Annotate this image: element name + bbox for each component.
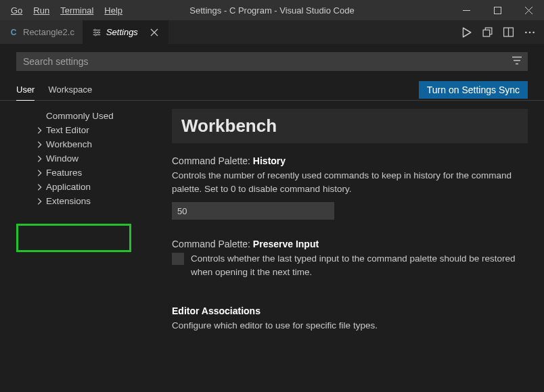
setting-description: Controls whether the last typed input to… bbox=[191, 252, 528, 278]
chevron-right-icon bbox=[34, 197, 45, 206]
setting-command-palette-history: Command Palette: History Controls the nu… bbox=[172, 155, 528, 220]
close-icon[interactable] bbox=[513, 0, 544, 20]
maximize-icon[interactable] bbox=[482, 0, 513, 20]
setting-title: Command Palette: History bbox=[172, 155, 528, 166]
toc-commonly-used[interactable]: Commonly Used bbox=[0, 109, 156, 123]
chevron-right-icon bbox=[34, 140, 45, 149]
tab-actions bbox=[452, 20, 544, 44]
scope-workspace[interactable]: Workspace bbox=[48, 79, 92, 100]
svg-rect-4 bbox=[483, 30, 490, 36]
more-icon[interactable] bbox=[524, 26, 536, 39]
c-file-icon: C bbox=[8, 28, 19, 37]
chevron-right-icon bbox=[34, 168, 45, 178]
setting-command-palette-preserve-input: Command Palette: Preserve Input Controls… bbox=[172, 239, 528, 278]
tab-settings[interactable]: Settings bbox=[83, 20, 168, 44]
svg-point-8 bbox=[529, 31, 531, 33]
setting-description: Configure which editor to use for specif… bbox=[172, 319, 528, 333]
history-input[interactable] bbox=[172, 202, 334, 220]
scope-row: User Workspace Turn on Settings Sync bbox=[0, 76, 544, 101]
chevron-right-icon bbox=[34, 182, 45, 192]
setting-title: Editor Associations bbox=[172, 305, 528, 316]
menu-run[interactable]: Run bbox=[28, 1, 55, 20]
toc-features[interactable]: Features bbox=[0, 166, 156, 180]
run-icon[interactable] bbox=[460, 26, 472, 39]
split-editor-icon[interactable] bbox=[503, 26, 514, 38]
svg-point-1 bbox=[94, 29, 96, 31]
section-heading: Workbench bbox=[172, 109, 528, 143]
svg-rect-0 bbox=[494, 7, 501, 14]
toc-workbench[interactable]: Workbench bbox=[0, 137, 156, 151]
setting-editor-associations: Editor Associations Configure which edit… bbox=[172, 305, 528, 333]
setting-title: Command Palette: Preserve Input bbox=[172, 239, 528, 249]
open-changes-icon[interactable] bbox=[482, 26, 493, 38]
search-input[interactable] bbox=[16, 52, 528, 71]
close-icon[interactable] bbox=[149, 28, 160, 36]
toc-application[interactable]: Application bbox=[0, 180, 156, 194]
svg-point-3 bbox=[95, 34, 97, 36]
tabbar: C Rectangle2.c Settings bbox=[0, 20, 544, 44]
svg-point-2 bbox=[97, 31, 99, 33]
settings-sync-button[interactable]: Turn on Settings Sync bbox=[419, 81, 528, 99]
tab-rectangle2-c[interactable]: C Rectangle2.c bbox=[0, 20, 83, 44]
settings-lines-icon bbox=[91, 28, 102, 37]
preserve-input-checkbox[interactable] bbox=[172, 253, 184, 265]
menu-terminal[interactable]: Terminal bbox=[55, 1, 99, 20]
toc-extensions[interactable]: Extensions bbox=[0, 194, 156, 208]
chevron-right-icon bbox=[34, 154, 45, 164]
minimize-icon[interactable] bbox=[451, 0, 482, 20]
svg-point-9 bbox=[532, 31, 535, 33]
settings-editor: User Workspace Turn on Settings Sync Com… bbox=[0, 44, 544, 392]
svg-point-7 bbox=[525, 31, 527, 33]
titlebar: Go Run Terminal Help Settings - C Progra… bbox=[0, 0, 544, 20]
settings-toc: Commonly Used Text Editor Workbench Wind… bbox=[0, 101, 156, 392]
toc-window[interactable]: Window bbox=[0, 151, 156, 166]
menu-help[interactable]: Help bbox=[99, 1, 128, 20]
tab-label: Settings bbox=[106, 27, 138, 37]
menu-go[interactable]: Go bbox=[5, 1, 28, 20]
window-controls bbox=[451, 0, 544, 20]
chevron-right-icon bbox=[34, 126, 45, 135]
toc-text-editor[interactable]: Text Editor bbox=[0, 123, 156, 137]
filter-icon[interactable] bbox=[512, 55, 522, 68]
setting-description: Controls the number of recently used com… bbox=[172, 169, 528, 195]
menubar: Go Run Terminal Help bbox=[0, 1, 128, 20]
highlight-box bbox=[16, 224, 131, 252]
settings-list: Workbench Command Palette: History Contr… bbox=[156, 101, 544, 392]
scope-user[interactable]: User bbox=[16, 79, 35, 101]
tab-label: Rectangle2.c bbox=[23, 27, 74, 37]
